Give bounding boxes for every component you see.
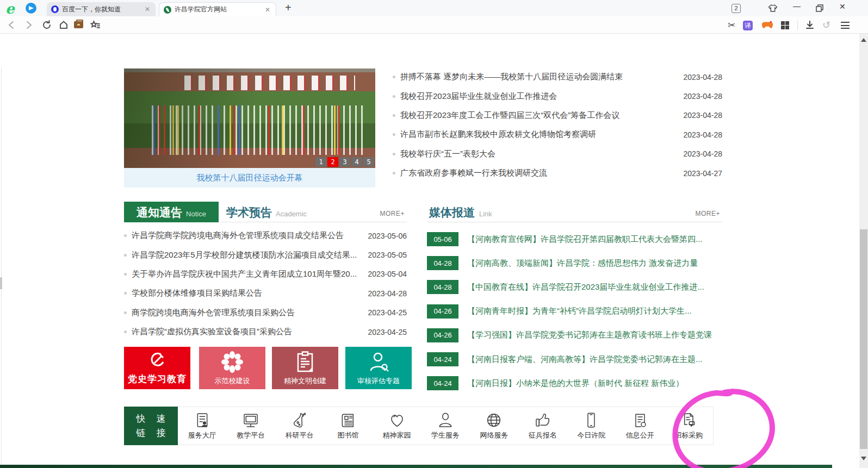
quicklink-service-hall[interactable]: 服务大厅 [178,407,226,445]
notice-date: 2023-04-25 [368,328,407,336]
quicklink-teaching-platform[interactable]: 教学平台 [226,407,275,445]
tab-baidu[interactable]: 百度一下，你就知道 ✕ [47,2,156,16]
carousel-caption[interactable]: 我校第十八届田径运动会开幕 [124,168,375,188]
notice-link[interactable]: 许昌学院商学院跨境电商海外仓管理系统项目成交结果公告 [132,230,361,241]
quicklink-spiritual-home[interactable]: 精神家园 [373,407,421,445]
new-tab-button[interactable]: + [285,2,292,14]
notice-link[interactable]: 许昌学院2023年5月学校部分建筑楼顶防水治漏项目成交结果... [132,250,361,260]
pager-4[interactable]: 4 [351,157,362,167]
quicklink-info-disclosure[interactable]: 信息公开 [616,407,664,445]
window-count-badge[interactable]: 2 [731,4,741,13]
undo-icon[interactable]: ↺ [822,19,830,31]
notice-date: 2023-04-28 [368,289,407,298]
toolbar-divider [797,21,798,30]
scroll-up-arrow-icon[interactable] [861,38,866,42]
person-icon [437,411,454,429]
page-scrollbar[interactable] [859,34,868,468]
quick-links-title: 快 速 链 接 [124,407,178,445]
minimize-button[interactable]: — [793,2,801,10]
tab-xcu[interactable]: 许昌学院官方网站 ✕ [159,2,276,16]
banner-model-school[interactable]: 示范校建设 [199,347,265,389]
banner-civilization[interactable]: 精神文明创建 [272,347,338,389]
notice-row: 学校部分楼体维修项目采购结果公告2023-04-28 [124,284,407,303]
tab-close-icon[interactable]: ✕ [264,6,271,14]
media-link[interactable]: 【河南高教、顶端新闻】许昌学院：感悟思想伟力 激发奋进力量 [467,258,698,269]
side-panel-handle[interactable] [0,277,2,289]
quicklink-research-platform[interactable]: 科研平台 [275,407,324,445]
favorites-star-icon[interactable] [90,20,100,30]
notice-row: 许昌学院“虚拟仿真实验室设备项目”采购公告2023-04-25 [124,322,407,341]
tab-notice-active[interactable]: 通知通告 Notice [124,202,219,222]
news-link[interactable]: 许昌市副市长赵鹏来我校中原农耕文化博物馆考察调研 [400,129,677,140]
media-link[interactable]: 【河南日报客户端、河南高教等】许昌学院党委书记郭涛在主题... [467,354,703,365]
tab-title: 百度一下，你就知道 [62,5,139,14]
reload-button[interactable] [42,20,52,30]
media-date-badge: 05-06 [427,232,458,246]
bullet-icon [393,172,395,174]
translate-icon[interactable]: 译 [743,21,753,30]
downloads-icon[interactable] [805,20,815,30]
media-row: 05-06【河南教育宣传网】许昌学院召开第四届教职工代表大会暨第四... [427,227,722,251]
back-button[interactable] [7,20,16,30]
notice-link[interactable]: 商学院跨境电商海外仓管理系统项目采购公告 [132,308,361,318]
media-row: 04-26【学习强国】许昌学院党委书记郭涛在主题教育读书班上作专题党课 [427,323,722,347]
home-carousel-photo[interactable]: 1 2 3 4 5 [124,68,375,168]
bullet-icon [124,254,127,257]
heart-icon [388,411,406,429]
media-link[interactable]: 【学习强国】许昌学院党委书记郭涛在主题教育读书班上作专题党课 [467,330,712,340]
notice-row: 许昌学院2023年5月学校部分建筑楼顶防水治漏项目成交结果...2023-05-… [124,245,407,264]
media-link[interactable]: 【河南青年时报】为青年“补钙”许昌学院启动明灯计划大学生... [467,306,692,316]
forward-button[interactable] [24,20,34,30]
news-link[interactable]: 广东省政府参事赖斌一行来我校调研交流 [400,168,677,178]
scrollbar-thumb[interactable] [860,229,867,449]
news-date: 2023-04-28 [683,111,722,120]
workspace-briefcase-icon[interactable] [74,21,83,28]
media-date-badge: 04-28 [427,256,458,270]
media-link[interactable]: 【河南教育宣传网】许昌学院召开第四届教职工代表大会暨第四... [467,234,703,245]
notice-more-link[interactable]: MORE+ [380,210,405,217]
browser-logo-icon[interactable]: e [5,1,15,17]
media-link[interactable]: 【河南日报】小纳米是他的大世界（新时代 新征程 新伟业） [467,378,684,389]
notice-link[interactable]: 关于举办许昌学院庆祝中国共产主义青年团成立101周年暨20... [132,269,361,279]
media-link[interactable]: 【中国教育在线】许昌学院召开2023届毕业生就业创业工作推进... [467,282,704,292]
notice-link[interactable]: 学校部分楼体维修项目采购结果公告 [132,288,361,298]
quicklink-enlistment[interactable]: 征兵报名 [518,407,567,445]
tab-close-icon[interactable]: ✕ [144,5,151,13]
carousel-pager: 1 2 3 4 5 [315,157,374,167]
menu-hamburger-icon[interactable] [841,22,850,29]
quicklink-network-services[interactable]: 网络服务 [470,407,518,445]
news-link[interactable]: 拼搏不落幕 逐梦向未来——我校第十八届田径运动会圆满结束 [400,72,677,82]
banner-label: 审核评估专题 [345,376,412,386]
tab-academic[interactable]: 学术预告 Academic [226,205,307,220]
media-more-link[interactable]: MORE+ [695,210,720,217]
globe-icon [485,411,503,429]
home-button[interactable] [59,20,69,30]
banner-party-history[interactable]: 党史学习教育 [124,347,190,389]
pager-5[interactable]: 5 [363,157,374,167]
pager-1[interactable]: 1 [315,157,326,167]
xcu-favicon-icon [164,6,171,14]
phone-icon [582,411,600,429]
news-link[interactable]: 我校举行庆“五一”表彰大会 [400,149,677,159]
screenshot-scissors-icon[interactable]: ✂ [728,20,735,31]
quicklink-today-xcu[interactable]: 今日许院 [567,407,616,445]
restore-button[interactable] [816,4,823,12]
pager-3[interactable]: 3 [339,157,350,167]
bullet-icon [124,330,127,333]
pager-2-active[interactable]: 2 [327,157,338,167]
sidebar-edge-line [1,67,2,468]
notice-link[interactable]: 许昌学院“虚拟仿真实验室设备项目”采购公告 [132,327,361,337]
skin-tshirt-icon[interactable] [768,4,778,13]
news-link[interactable]: 我校召开2023届毕业生就业创业工作推进会 [400,91,677,102]
quicklink-bidding[interactable]: 招标采购 [665,407,713,445]
apps-grid-icon[interactable] [781,21,789,29]
messenger-icon[interactable] [26,3,36,14]
close-button[interactable]: ✕ [839,2,846,11]
quicklink-library[interactable]: 图书馆 [324,407,372,445]
scroll-down-arrow-icon[interactable] [861,457,866,460]
quicklink-student-services[interactable]: 学生服务 [421,407,469,445]
news-link[interactable]: 我校召开2023年度工会工作暨四届三次“双代会”筹备工作会议 [400,110,677,121]
game-center-icon[interactable] [761,21,773,29]
banner-assessment[interactable]: 审核评估专题 [345,347,412,389]
person-search-icon [368,351,389,373]
